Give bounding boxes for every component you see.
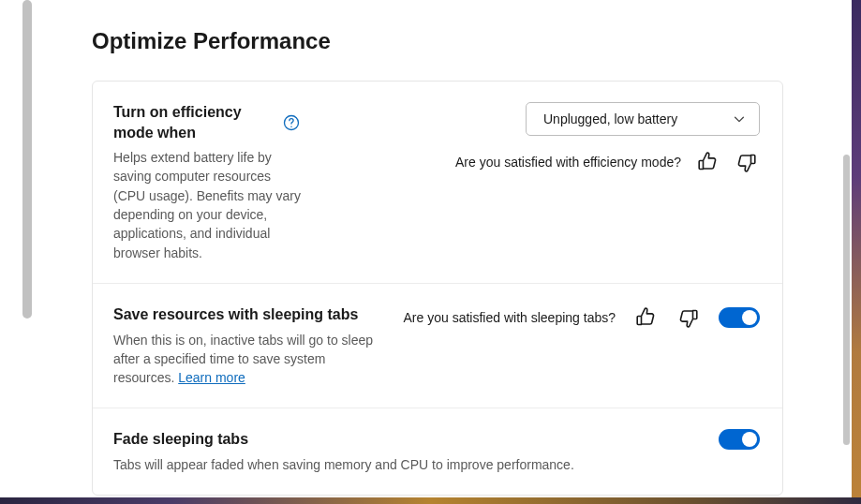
setting-description: Helps extend battery life by saving comp… — [113, 148, 301, 262]
setting-title: Turn on efficiency mode when — [113, 102, 273, 142]
feedback-prompt: Are you satisfied with sleeping tabs? — [404, 310, 616, 325]
setting-title-line: Turn on efficiency mode when — [113, 102, 301, 142]
chevron-down-icon — [733, 112, 746, 126]
setting-controls: Are you satisfied with sleeping tabs? — [394, 304, 760, 331]
thumbs-down-button[interactable] — [675, 304, 702, 331]
background-decoration-bottom — [0, 497, 861, 504]
feedback-prompt: Are you satisfied with efficiency mode? — [455, 155, 681, 170]
thumbs-up-button[interactable] — [694, 149, 720, 175]
toggle-knob — [742, 310, 757, 325]
learn-more-link[interactable]: Learn more — [178, 370, 245, 385]
setting-description: When this is on, inactive tabs will go t… — [113, 331, 376, 388]
toggle-knob — [742, 432, 757, 447]
feedback-row: Are you satisfied with efficiency mode? — [455, 149, 760, 175]
sleeping-tabs-toggle[interactable] — [719, 307, 760, 328]
setting-efficiency-mode: Turn on efficiency mode when Helps exten… — [93, 82, 782, 284]
page-scrollbar-thumb[interactable] — [22, 0, 32, 319]
setting-description: Tabs will appear faded when saving memor… — [113, 455, 619, 474]
setting-info: Fade sleeping tabs Tabs will appear fade… — [113, 429, 619, 474]
thumbs-down-button[interactable] — [734, 149, 760, 175]
efficiency-mode-dropdown[interactable]: Unplugged, low battery — [526, 102, 760, 136]
setting-title: Fade sleeping tabs — [113, 429, 619, 450]
panel-scrollbar-thumb[interactable] — [843, 155, 850, 445]
dropdown-value: Unplugged, low battery — [543, 111, 677, 126]
settings-card: Turn on efficiency mode when Helps exten… — [92, 81, 783, 496]
help-icon[interactable] — [282, 113, 301, 132]
fade-tabs-toggle[interactable] — [719, 429, 760, 450]
setting-controls: Unplugged, low battery Are you satisfied… — [319, 102, 760, 175]
setting-controls — [638, 429, 760, 450]
setting-info: Turn on efficiency mode when Helps exten… — [113, 102, 301, 262]
thumbs-up-button[interactable] — [632, 304, 659, 331]
background-decoration-right — [852, 0, 861, 504]
settings-content: Optimize Performance Turn on efficiency … — [0, 0, 783, 496]
setting-fade-sleeping-tabs: Fade sleeping tabs Tabs will appear fade… — [93, 408, 782, 495]
setting-sleeping-tabs: Save resources with sleeping tabs When t… — [93, 284, 782, 408]
section-heading: Optimize Performance — [92, 28, 783, 54]
svg-point-1 — [290, 126, 292, 127]
setting-title: Save resources with sleeping tabs — [113, 304, 376, 325]
setting-info: Save resources with sleeping tabs When t… — [113, 304, 376, 387]
